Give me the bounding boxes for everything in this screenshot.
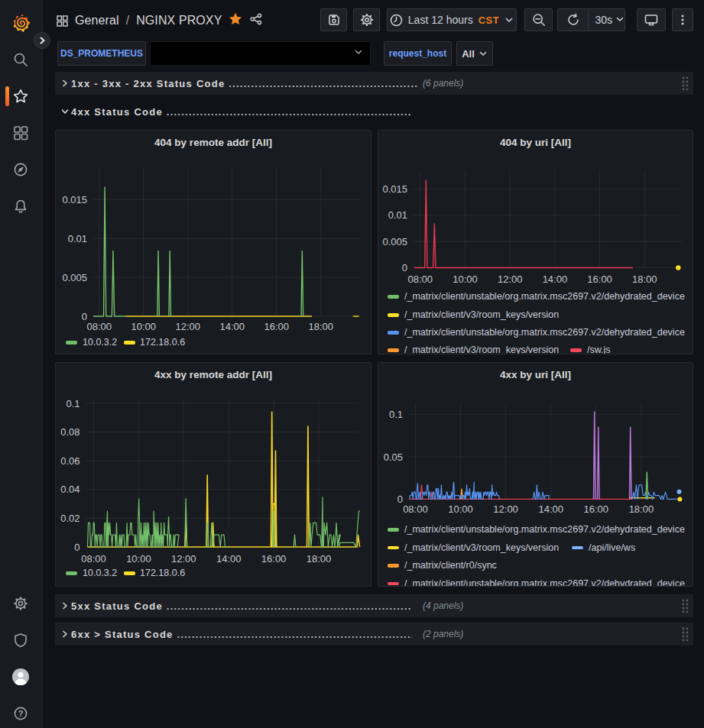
svg-text:12:00: 12:00 [171, 553, 196, 565]
svg-text:0.1: 0.1 [66, 398, 79, 409]
svg-text:18:00: 18:00 [632, 273, 657, 285]
svg-text:0.01: 0.01 [68, 233, 87, 244]
svg-text:12:00: 12:00 [175, 321, 200, 332]
svg-text:0.015: 0.015 [62, 194, 87, 205]
svg-text:12:00: 12:00 [493, 503, 518, 515]
svg-text:16:00: 16:00 [584, 503, 609, 515]
svg-text:0.005: 0.005 [62, 272, 87, 283]
svg-text:0.04: 0.04 [60, 484, 79, 495]
svg-text:0.06: 0.06 [60, 455, 79, 467]
svg-text:12:00: 12:00 [498, 273, 523, 285]
svg-text:0.015: 0.015 [382, 183, 407, 195]
svg-text:16:00: 16:00 [587, 273, 612, 285]
svg-text:18:00: 18:00 [308, 321, 333, 332]
svg-text:0.1: 0.1 [389, 409, 403, 420]
svg-text:14:00: 14:00 [216, 553, 242, 565]
svg-text:10:00: 10:00 [453, 273, 478, 285]
svg-text:08:00: 08:00 [86, 321, 112, 332]
svg-text:14:00: 14:00 [543, 273, 568, 285]
svg-text:?: ? [18, 709, 24, 718]
svg-text:10:00: 10:00 [126, 553, 151, 565]
svg-text:0.05: 0.05 [384, 451, 403, 463]
svg-text:08:00: 08:00 [81, 553, 106, 565]
svg-text:0.01: 0.01 [388, 209, 407, 221]
svg-text:0: 0 [397, 493, 403, 505]
svg-text:10:00: 10:00 [131, 321, 156, 332]
svg-text:0.02: 0.02 [60, 513, 79, 524]
svg-text:0.08: 0.08 [60, 426, 79, 438]
svg-text:0: 0 [74, 542, 79, 553]
svg-text:18:00: 18:00 [307, 553, 332, 565]
svg-text:0: 0 [402, 262, 407, 273]
svg-text:14:00: 14:00 [219, 321, 245, 332]
svg-text:10:00: 10:00 [448, 503, 473, 515]
svg-text:18:00: 18:00 [629, 503, 654, 515]
svg-text:08:00: 08:00 [408, 273, 433, 285]
svg-text:16:00: 16:00 [261, 553, 287, 565]
svg-text:08:00: 08:00 [403, 503, 428, 515]
svg-text:14:00: 14:00 [538, 503, 563, 515]
svg-text:16:00: 16:00 [264, 321, 289, 332]
svg-text:0.005: 0.005 [382, 236, 407, 248]
